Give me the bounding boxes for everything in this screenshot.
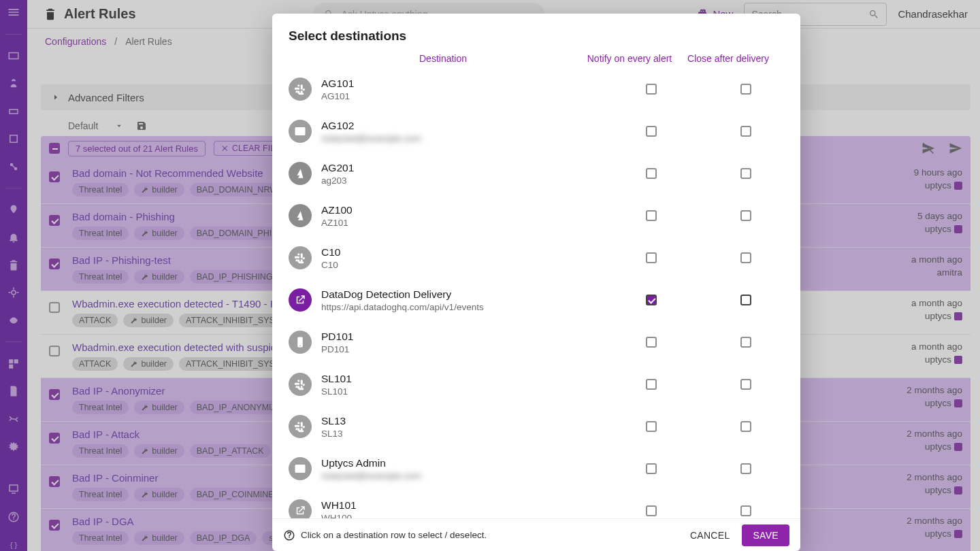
destination-row[interactable]: PD101PD101: [289, 321, 789, 363]
modal-footer: Click on a destination row to select / d…: [272, 518, 800, 551]
destination-name: Uptycs Admin: [321, 457, 600, 469]
slack-icon: [289, 415, 312, 438]
destination-sub: SL13: [321, 429, 600, 439]
col-destination: Destination: [297, 53, 578, 64]
email-icon: [289, 457, 312, 480]
close-checkbox[interactable]: [740, 463, 751, 474]
destination-list[interactable]: AG101AG101AG102redacted@example.comAG201…: [272, 68, 798, 518]
destination-name: AZ100: [321, 204, 600, 216]
destination-name: AG101: [321, 78, 600, 90]
destination-row[interactable]: C10C10: [289, 237, 789, 279]
close-checkbox[interactable]: [740, 84, 751, 95]
destination-row[interactable]: Uptycs Adminredacted@example.com: [289, 448, 789, 490]
destination-name: DataDog Detection Delivery: [321, 288, 600, 301]
modal-hint: Click on a destination row to select / d…: [301, 530, 487, 540]
email-icon: [289, 120, 312, 143]
webhook-icon: [289, 288, 312, 312]
azure-icon: [289, 162, 312, 185]
select-destinations-modal: Select destinations Destination Notify o…: [272, 14, 800, 551]
close-checkbox[interactable]: [740, 337, 751, 348]
notify-checkbox[interactable]: [646, 421, 657, 432]
destination-name: PD101: [321, 331, 600, 343]
destination-row[interactable]: WH101WH100: [289, 490, 789, 518]
notify-checkbox[interactable]: [646, 505, 657, 516]
destination-sub: PD101: [321, 344, 600, 354]
destination-name: WH101: [321, 499, 600, 512]
destination-row[interactable]: AG201ag203: [289, 152, 789, 195]
slack-icon: [289, 246, 312, 269]
modal-title: Select destinations: [272, 14, 800, 50]
destination-row[interactable]: SL101SL101: [289, 363, 789, 405]
destination-sub: AG101: [321, 91, 600, 101]
close-checkbox[interactable]: [740, 126, 751, 137]
notify-checkbox[interactable]: [646, 337, 657, 348]
close-checkbox[interactable]: [740, 379, 751, 390]
notify-checkbox[interactable]: [646, 168, 657, 179]
notify-checkbox[interactable]: [646, 84, 657, 95]
destination-row[interactable]: AG102redacted@example.com: [289, 110, 789, 152]
notify-checkbox[interactable]: [646, 126, 657, 137]
notify-checkbox[interactable]: [646, 210, 657, 221]
col-notify: Notify on every alert: [578, 53, 681, 64]
destination-sub: redacted@example.com: [321, 133, 600, 144]
close-checkbox[interactable]: [740, 210, 751, 221]
destination-name: SL13: [321, 415, 600, 427]
notify-checkbox[interactable]: [646, 252, 657, 263]
destination-row[interactable]: DataDog Detection Deliveryhttps://api.da…: [289, 279, 789, 321]
slack-icon: [289, 78, 312, 101]
notify-checkbox[interactable]: [646, 295, 657, 305]
destination-name: C10: [321, 246, 600, 258]
destination-name: SL101: [321, 373, 600, 385]
close-checkbox[interactable]: [740, 295, 751, 305]
close-checkbox[interactable]: [740, 505, 751, 516]
close-checkbox[interactable]: [740, 168, 751, 179]
destination-sub: SL101: [321, 386, 600, 397]
help-icon: [283, 529, 295, 541]
destination-sub: ag203: [321, 176, 600, 186]
destination-name: AG102: [321, 120, 600, 132]
destination-sub: redacted@example.com: [321, 471, 600, 481]
webhook-icon: [289, 499, 312, 518]
cancel-button[interactable]: CANCEL: [683, 524, 737, 546]
modal-column-headers: Destination Notify on every alert Close …: [272, 50, 800, 68]
phone-icon: [289, 331, 312, 354]
notify-checkbox[interactable]: [646, 379, 657, 390]
col-close: Close after delivery: [681, 53, 776, 64]
close-checkbox[interactable]: [740, 252, 751, 263]
destination-row[interactable]: SL13SL13: [289, 405, 789, 448]
close-checkbox[interactable]: [740, 421, 751, 432]
destination-sub: WH100: [321, 513, 600, 519]
save-button[interactable]: SAVE: [742, 524, 789, 546]
destination-sub: AZ101: [321, 218, 600, 228]
destination-sub: https://api.datadoghq.com/api/v1/events: [321, 302, 600, 312]
azure-icon: [289, 204, 312, 227]
slack-icon: [289, 373, 312, 396]
destination-sub: C10: [321, 260, 600, 270]
destination-row[interactable]: AG101AG101: [289, 68, 789, 110]
destination-row[interactable]: AZ100AZ101: [289, 195, 789, 237]
notify-checkbox[interactable]: [646, 463, 657, 474]
destination-name: AG201: [321, 162, 600, 174]
